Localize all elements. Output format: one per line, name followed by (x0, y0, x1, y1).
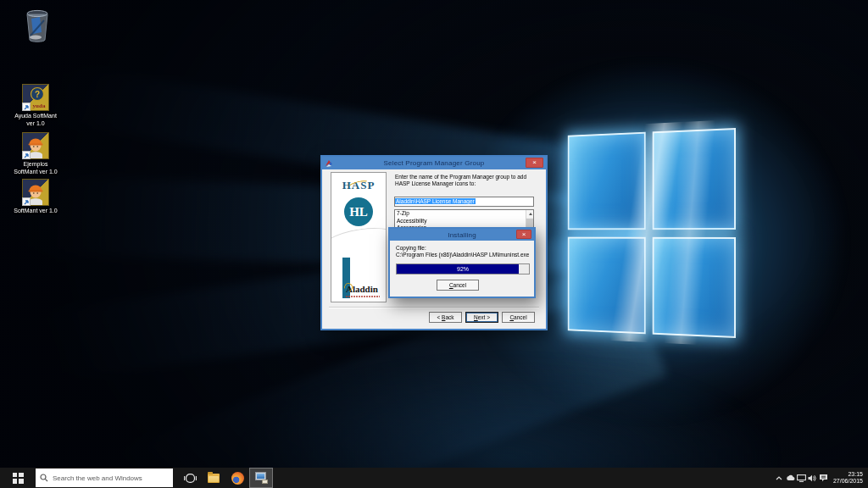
aladdin-wordmark: Aladdin (346, 284, 378, 294)
list-item[interactable]: Accessibility (395, 218, 533, 225)
volume-icon (808, 474, 816, 482)
progress-bar: 92% (396, 263, 530, 274)
icon-label: Ayuda SoftMant ver 1.0 (14, 113, 57, 127)
network-tray-button[interactable] (796, 468, 807, 488)
svg-text:yuda: yuda (33, 103, 46, 109)
installing-progress-dialog: Installing × Copying file: C:\Program Fi… (388, 227, 536, 298)
cancel-install-button[interactable]: Cancel (437, 280, 479, 291)
group-name-input[interactable]: Aladdin\HASP License Manager (394, 197, 534, 207)
selected-text: Aladdin\HASP License Manager (395, 198, 476, 204)
show-hidden-icons-button[interactable] (774, 468, 785, 488)
dialog-titlebar[interactable]: Installing × (390, 229, 534, 241)
setup-installer-button-active[interactable] (249, 468, 273, 488)
task-view-icon (184, 474, 197, 483)
progress-percent: 92% (397, 264, 529, 274)
desktop-icon-softmant[interactable]: SoftMant ver 1.0 (0, 179, 71, 215)
hasp-logo-panel: HASP HL Aladdin (331, 172, 387, 302)
taskbar-search-input[interactable]: Search the web and Windows (36, 469, 173, 487)
copying-file-path: C:\Program Files (x86)\Aladdin\HASP LM\l… (396, 252, 529, 258)
task-view-button[interactable] (178, 468, 202, 488)
taskbar-clock[interactable]: 23:15 27/06/2015 (833, 471, 863, 485)
start-button[interactable] (0, 468, 36, 488)
close-icon[interactable]: × (526, 158, 543, 168)
system-tray: 23:15 27/06/2015 (774, 468, 868, 488)
taskbar-apps (178, 468, 273, 488)
list-item[interactable]: 7-Zip (395, 210, 533, 218)
dialog-title: Installing (390, 231, 534, 239)
close-icon[interactable]: × (516, 230, 531, 239)
hasp-hl-badge: HL (344, 197, 373, 226)
cloud-icon (786, 474, 795, 481)
desktop-icon-ayuda-softmant[interactable]: ? yuda Ayuda SoftMant ver 1.0 (0, 84, 71, 127)
clock-time: 23:15 (833, 471, 863, 479)
search-icon (40, 474, 48, 482)
icon-label: SoftMant ver 1.0 (14, 208, 57, 215)
aladdin-tagline (346, 296, 380, 297)
copying-file-label: Copying file: (396, 245, 426, 251)
hasp-wordmark: HASP (331, 179, 386, 192)
next-button[interactable]: Next > (465, 312, 498, 323)
icon-label: Ejemplos SoftMant ver 1.0 (14, 161, 57, 175)
file-explorer-icon (208, 474, 220, 483)
instruction-text: Enter the name of the Program Manager gr… (395, 174, 537, 187)
windows-start-icon (13, 473, 24, 484)
recycle-bin-icon (23, 7, 52, 44)
volume-tray-button[interactable] (807, 468, 818, 488)
file-explorer-button[interactable] (202, 468, 225, 488)
dialog-title: Select Program Manager Group (322, 159, 546, 167)
shortcut-arrow-icon (22, 197, 31, 206)
setup-installer-icon (254, 472, 268, 484)
softmant-app-icon (22, 179, 49, 206)
scroll-up-icon[interactable] (526, 210, 534, 218)
shortcut-arrow-icon (22, 151, 31, 159)
onedrive-tray-button[interactable] (785, 468, 796, 488)
desktop-icon-ejemplos-softmant[interactable]: Ejemplos SoftMant ver 1.0 (0, 132, 71, 175)
shortcut-arrow-icon (22, 103, 31, 111)
desktop-icon-recycle-bin[interactable] (2, 7, 73, 44)
back-button[interactable]: < Back (429, 312, 462, 323)
clock-date: 27/06/2015 (833, 478, 863, 485)
cancel-button[interactable]: Cancel (502, 312, 535, 323)
ejemplos-app-icon (22, 132, 49, 159)
action-center-button[interactable] (818, 468, 829, 488)
panel-curve (331, 223, 387, 278)
search-placeholder: Search the web and Windows (53, 474, 142, 482)
dialog-titlebar[interactable]: Select Program Manager Group × (322, 157, 546, 169)
firefox-button[interactable] (225, 468, 249, 488)
chevron-up-icon (776, 476, 782, 480)
ayuda-app-icon: ? yuda (22, 84, 49, 111)
display-icon (797, 474, 806, 482)
action-center-icon (819, 474, 828, 482)
firefox-icon (231, 472, 244, 485)
button-separator (329, 307, 539, 308)
svg-text:?: ? (35, 90, 40, 99)
taskbar: Search the web and Windows (0, 468, 868, 488)
